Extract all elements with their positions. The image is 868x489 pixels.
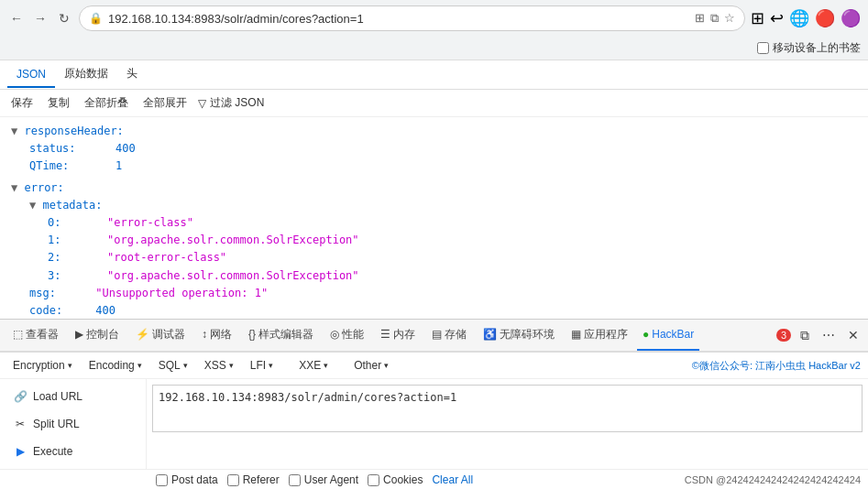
- json-content: ▼ responseHeader: status: 400 QTime: 1 ▼…: [0, 117, 868, 319]
- tab-inspect[interactable]: ⬚ 查看器: [5, 320, 66, 351]
- memory-icon: ☰: [380, 328, 390, 341]
- expand-all-button[interactable]: 全部展开: [139, 93, 191, 113]
- tab-debugger[interactable]: ⚡ 调试器: [128, 320, 192, 351]
- tab-app[interactable]: ▦ 应用程序: [564, 320, 635, 351]
- collapse-error[interactable]: ▼: [11, 181, 17, 194]
- load-url-button[interactable]: 🔗 Load URL: [5, 385, 140, 408]
- accessibility-icon: ♿: [483, 328, 497, 341]
- tab-performance[interactable]: ◎ 性能: [323, 320, 371, 351]
- hackbar-tab-label: HackBar: [652, 328, 694, 341]
- other-label: Other: [354, 359, 381, 372]
- execute-label: Execute: [33, 445, 72, 458]
- more-options-icon[interactable]: ⋯: [819, 324, 839, 346]
- split-url-button[interactable]: ✂ Split URL: [5, 412, 140, 436]
- tab-headers[interactable]: 头: [117, 60, 147, 89]
- grid-icon[interactable]: ⊞: [695, 11, 705, 26]
- other-arrow-icon: ▾: [384, 361, 389, 370]
- collapse-metadata[interactable]: ▼: [29, 199, 36, 212]
- app-label: 应用程序: [584, 327, 628, 342]
- forward-button[interactable]: →: [31, 9, 49, 27]
- style-label: 样式编辑器: [258, 327, 313, 342]
- tab-storage[interactable]: ▤ 存储: [424, 320, 474, 351]
- execute-button[interactable]: ▶ Execute: [5, 440, 140, 463]
- collapse-all-button[interactable]: 全部折叠: [81, 93, 132, 113]
- tab-memory[interactable]: ☰ 内存: [373, 320, 423, 351]
- tab-accessibility[interactable]: ♿ 无障碍环境: [476, 320, 562, 351]
- debugger-icon: ⚡: [136, 328, 149, 341]
- ext-icon-1[interactable]: ⊞: [751, 8, 764, 28]
- xxe-arrow-icon: ▾: [324, 361, 328, 370]
- sql-arrow-icon: ▾: [183, 361, 188, 370]
- post-data-checkbox[interactable]: [156, 474, 168, 486]
- url-input[interactable]: 192.168.10.134:8983/solr/admin/cores?act…: [152, 385, 863, 432]
- hackbar: Encryption ▾ Encoding ▾ SQL ▾ XSS ▾ LFI …: [0, 352, 868, 489]
- console-icon: ▶: [75, 328, 83, 341]
- accessibility-label: 无障碍环境: [500, 327, 555, 342]
- bookmark-checkbox[interactable]: [757, 42, 769, 54]
- xss-menu[interactable]: XSS ▾: [199, 356, 239, 375]
- encryption-menu[interactable]: Encryption ▾: [7, 356, 78, 375]
- xss-arrow-icon: ▾: [229, 361, 234, 370]
- address-icons: ⊞ ⧉ ☆: [695, 11, 735, 26]
- xxe-label: XXE: [299, 359, 321, 372]
- referer-checkbox-label[interactable]: Referer: [227, 473, 280, 486]
- user-agent-checkbox-label[interactable]: User Agent: [289, 473, 358, 486]
- split-url-label: Split URL: [33, 418, 80, 430]
- hackbar-dot-icon: ●: [643, 328, 649, 341]
- url-display: 192.168.10.134:8983/solr/admin/cores?act…: [108, 12, 689, 26]
- bookmark-label: 移动设备上的书签: [773, 40, 861, 56]
- json-tabs: JSON 原始数据 头: [0, 60, 868, 90]
- clear-all-button[interactable]: Clear All: [432, 473, 473, 486]
- inspect-icon: ⬚: [13, 328, 23, 341]
- other-menu[interactable]: Other ▾: [348, 356, 394, 375]
- lfi-label: LFI: [250, 359, 266, 372]
- copy-button[interactable]: 复制: [44, 93, 73, 113]
- post-data-checkbox-label[interactable]: Post data: [156, 473, 218, 486]
- filter-json[interactable]: ▽ 过滤 JSON: [198, 95, 264, 111]
- hackbar-main: 🔗 Load URL ✂ Split URL ▶ Execute 192.168…: [0, 379, 868, 469]
- user-agent-checkbox[interactable]: [289, 474, 301, 486]
- memory-label: 内存: [393, 327, 415, 342]
- inspect-label: 查看器: [26, 327, 59, 342]
- tab-icon[interactable]: ⧉: [710, 11, 719, 26]
- collapse-response-header[interactable]: ▼: [11, 125, 17, 137]
- tab-console[interactable]: ▶ 控制台: [68, 320, 126, 351]
- xss-label: XSS: [204, 359, 226, 372]
- tab-network[interactable]: ↕ 网络: [194, 320, 239, 351]
- network-label: 网络: [210, 327, 232, 342]
- encoding-menu[interactable]: Encoding ▾: [83, 356, 148, 375]
- sql-menu[interactable]: SQL ▾: [153, 356, 193, 375]
- save-button[interactable]: 保存: [7, 93, 37, 113]
- back-button[interactable]: ←: [7, 9, 26, 27]
- copy-devtools-icon[interactable]: ⧉: [797, 324, 813, 347]
- sql-label: SQL: [159, 359, 181, 372]
- ext-icon-5[interactable]: 🟣: [841, 8, 861, 28]
- style-icon: {}: [248, 328, 256, 341]
- json-viewer: JSON 原始数据 头 保存 复制 全部折叠 全部展开 ▽ 过滤 JSON ▼ …: [0, 60, 868, 319]
- load-url-icon: 🔗: [13, 389, 27, 404]
- browser-chrome: ← → ↻ 🔒 192.168.10.134:8983/solr/admin/c…: [0, 0, 868, 60]
- cookies-checkbox-label[interactable]: Cookies: [368, 473, 423, 486]
- tab-raw[interactable]: 原始数据: [55, 60, 117, 89]
- address-bar[interactable]: 🔒 192.168.10.134:8983/solr/admin/cores?a…: [79, 5, 745, 31]
- referer-checkbox[interactable]: [227, 474, 239, 486]
- encoding-arrow-icon: ▾: [137, 361, 142, 370]
- app-icon: ▦: [571, 328, 581, 341]
- browser-nav: ← → ↻ 🔒 192.168.10.134:8983/solr/admin/c…: [0, 0, 868, 37]
- ext-icon-2[interactable]: ↩: [770, 8, 784, 28]
- ext-icon-4[interactable]: 🔴: [815, 8, 835, 28]
- tab-style-editor[interactable]: {} 样式编辑器: [241, 320, 321, 351]
- devtools-right: 3 ⧉ ⋯ ✕: [776, 324, 863, 347]
- ext-icon-3[interactable]: 🌐: [789, 8, 809, 28]
- encryption-label: Encryption: [13, 359, 65, 372]
- xxe-menu[interactable]: XXE ▾: [293, 356, 334, 375]
- lfi-menu[interactable]: LFI ▾: [245, 356, 279, 375]
- hackbar-watermark: ©微信公众号: 江南小虫虫 HackBar v2: [692, 359, 861, 373]
- close-devtools-icon[interactable]: ✕: [844, 324, 863, 346]
- reload-button[interactable]: ↻: [55, 9, 73, 27]
- tab-json[interactable]: JSON: [7, 62, 55, 88]
- tab-hackbar[interactable]: ● HackBar: [637, 320, 699, 351]
- star-icon[interactable]: ☆: [724, 11, 735, 26]
- encoding-label: Encoding: [89, 359, 135, 372]
- cookies-checkbox[interactable]: [368, 474, 379, 486]
